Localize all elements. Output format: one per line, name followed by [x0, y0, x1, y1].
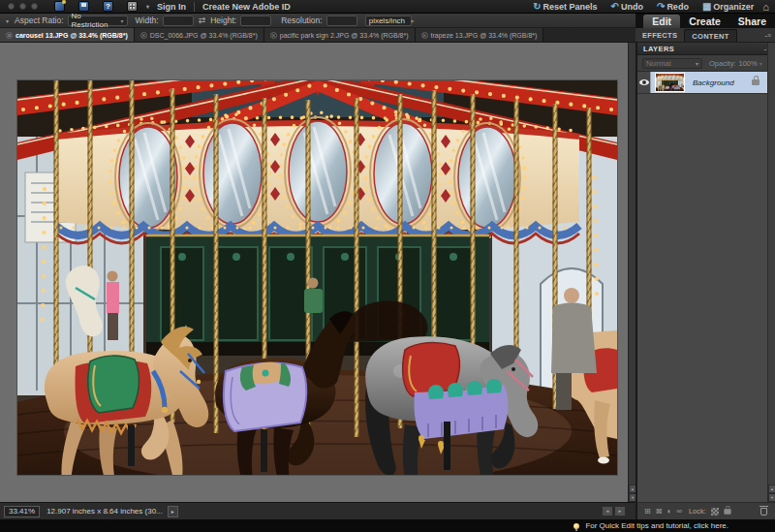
scroll-down-icon[interactable]: ▼	[768, 493, 775, 502]
opacity-dropdown[interactable]: 100% ▾	[739, 59, 762, 68]
panel-scrollbar[interactable]: ▲ ▼	[767, 43, 775, 502]
undo-icon: ↶	[611, 1, 619, 12]
help-icon[interactable]: ?	[103, 1, 113, 12]
arrange-grid-icon	[127, 1, 138, 12]
lightbulb-icon	[574, 523, 579, 529]
scroll-up-icon[interactable]: ▲	[629, 485, 636, 493]
tip-bar: For Quick Edit tips and tutorial, click …	[0, 519, 775, 532]
layer-name: Background	[693, 78, 752, 87]
lock-transparency-icon[interactable]	[711, 508, 719, 516]
reset-icon: ↻	[533, 1, 541, 12]
document-tab-bar: × carousel 13.JPG @ 33.4% (RGB/8*) × DSC…	[0, 28, 636, 43]
new-layer-icon[interactable]: ⊞	[644, 508, 651, 516]
tab-create[interactable]: Create	[680, 15, 729, 28]
resolution-input[interactable]	[326, 16, 357, 26]
canvas-area[interactable]: ▲ ▼	[0, 43, 636, 502]
chevron-down-icon: ▾	[405, 17, 414, 24]
close-icon[interactable]: ×	[270, 32, 277, 39]
arrange-documents-button[interactable]: ▾	[120, 1, 149, 12]
chevron-down-icon: ▾	[115, 17, 124, 24]
scroll-right-icon[interactable]: ►	[614, 506, 626, 516]
layers-controls: Normal ▾ Opacity: 100% ▾	[637, 55, 775, 72]
collapse-options-icon[interactable]: ▾	[6, 17, 9, 24]
document-tab[interactable]: × DSC_0066.JPG @ 33.4% (RGB/8*)	[135, 28, 264, 42]
panel-tab-bar: EFFECTS CONTENT -≡	[636, 28, 775, 43]
sign-in-button[interactable]: Sign In	[149, 2, 194, 12]
quick-edit-tip-link[interactable]: For Quick Edit tips and tutorial, click …	[574, 521, 728, 530]
document-tab[interactable]: × trapeze 13.JPG @ 33.4% (RGB/8*)	[416, 28, 544, 42]
redo-button[interactable]: ↷ Redo	[652, 1, 694, 12]
lock-label: Lock:	[689, 507, 706, 516]
eye-icon	[639, 79, 649, 85]
tab-content[interactable]: CONTENT	[684, 29, 736, 42]
scroll-left-icon[interactable]: ◄	[602, 506, 613, 516]
layers-panel-header: LAYERS -≡	[637, 43, 775, 55]
new-file-icon[interactable]	[54, 1, 65, 12]
undo-button[interactable]: ↶ Undo	[606, 1, 648, 12]
document-size-text: 12.907 inches x 8.64 inches (30...	[46, 507, 163, 516]
reset-panels-button[interactable]: ↻ Reset Panels	[528, 1, 602, 12]
height-label: Height:	[210, 16, 236, 25]
link-layers-icon[interactable]: ∞	[676, 508, 682, 516]
canvas-vertical-scrollbar[interactable]: ▲ ▼	[628, 43, 636, 502]
layers-list-area[interactable]	[637, 93, 767, 502]
layer-visibility-toggle[interactable]	[637, 72, 651, 93]
layers-toolbar: ⊞ ⊠ ◐ ∞ Lock:	[636, 502, 775, 519]
layer-thumbnail[interactable]	[655, 73, 685, 92]
scroll-up-icon[interactable]: ▲	[768, 485, 775, 493]
opacity-label: Opacity:	[709, 59, 736, 68]
close-icon[interactable]: ×	[140, 32, 147, 39]
canvas-horizontal-scrollbar[interactable]: ◄ ►	[602, 506, 626, 516]
close-icon[interactable]: ×	[6, 32, 13, 39]
lock-all-icon[interactable]	[724, 509, 730, 514]
save-icon[interactable]	[78, 1, 89, 12]
tab-edit[interactable]: Edit	[643, 15, 680, 28]
aspect-ratio-label: Aspect Ratio:	[15, 16, 64, 25]
layer-row-background[interactable]: Background	[637, 72, 767, 93]
blend-mode-dropdown[interactable]: Normal ▾	[642, 58, 702, 69]
zoom-level-field[interactable]: 33.41%	[4, 506, 40, 517]
resolution-unit-dropdown[interactable]: pixels/inch ▾	[365, 16, 412, 26]
resolution-label: Resolution:	[281, 16, 323, 25]
lock-icon	[752, 79, 760, 85]
width-input[interactable]	[163, 16, 194, 26]
chevron-down-icon: ▾	[690, 60, 698, 67]
status-bar: 33.41% 12.907 inches x 8.64 inches (30..…	[0, 502, 636, 519]
adjustment-layer-icon[interactable]: ◐	[666, 508, 671, 516]
minimize-window-icon[interactable]	[19, 3, 26, 10]
mode-tabs: Edit Create Share	[636, 14, 775, 28]
delete-layer-icon[interactable]: ⊠	[656, 508, 663, 516]
scroll-down-icon[interactable]: ▼	[629, 493, 636, 502]
title-bar: ? ▾ Sign In Create New Adobe ID ↻ Reset …	[0, 0, 775, 14]
tab-share[interactable]: Share	[729, 15, 775, 28]
zoom-window-icon[interactable]	[31, 3, 38, 10]
document-canvas[interactable]	[17, 80, 617, 475]
window-controls[interactable]	[8, 3, 38, 10]
photoshop-elements-window: ? ▾ Sign In Create New Adobe ID ↻ Reset …	[0, 0, 775, 532]
status-expand-icon[interactable]: ▸	[168, 506, 178, 517]
panel-bin: LAYERS -≡ Normal ▾ Opacity: 100% ▾	[636, 43, 775, 502]
panel-menu-icon[interactable]: -≡	[761, 28, 775, 42]
document-tab[interactable]: × carousel 13.JPG @ 33.4% (RGB/8*)	[0, 28, 135, 42]
tool-options-bar: ▾ Aspect Ratio: No Restriction ▾ Width: …	[0, 14, 636, 28]
organizer-button[interactable]: ▦ Organizer	[698, 1, 759, 12]
chevron-down-icon: ▾	[760, 60, 762, 67]
carousel-photo	[17, 80, 617, 475]
organizer-grid-icon: ▦	[702, 1, 711, 12]
document-tab[interactable]: × pacific park sign 2.JPG @ 33.4% (RGB/8…	[264, 28, 416, 42]
tab-effects[interactable]: EFFECTS	[636, 28, 684, 42]
height-input[interactable]	[240, 16, 271, 26]
close-icon[interactable]: ×	[421, 32, 428, 39]
aspect-ratio-dropdown[interactable]: No Restriction ▾	[68, 16, 128, 26]
create-adobe-id-button[interactable]: Create New Adobe ID	[195, 2, 298, 12]
redo-icon: ↷	[657, 1, 665, 12]
close-window-icon[interactable]	[8, 3, 15, 10]
swap-dimensions-icon[interactable]: ⇄	[199, 16, 206, 25]
width-label: Width:	[136, 16, 159, 25]
home-icon[interactable]: ⌂	[762, 1, 769, 13]
trash-icon[interactable]	[760, 508, 767, 516]
